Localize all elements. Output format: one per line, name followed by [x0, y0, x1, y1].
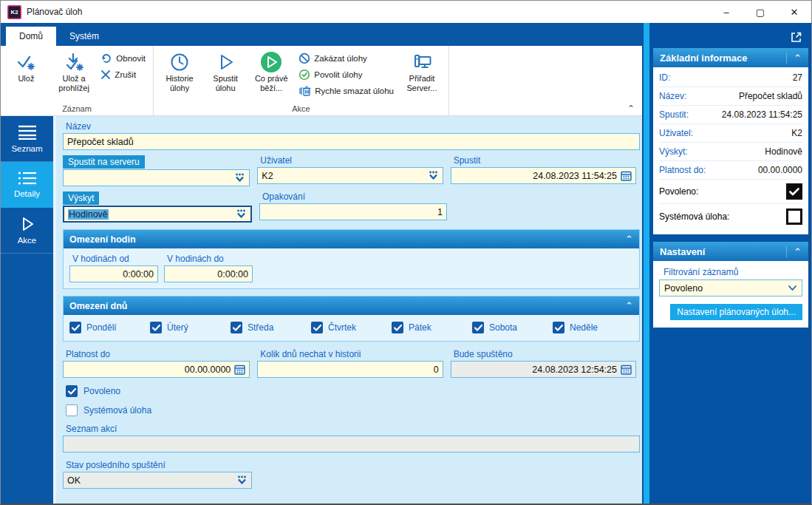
sidebar-item-seznam[interactable]: Seznam: [1, 116, 53, 162]
refresh-label: Obnovit: [116, 54, 146, 63]
minimize-button[interactable]: –: [709, 1, 743, 23]
sidebar-item-akce[interactable]: Akce: [1, 208, 53, 254]
last-run-state-field[interactable]: OK: [63, 472, 252, 489]
day-label: Čtvrtek: [328, 322, 356, 333]
checkbox-checked-icon[interactable]: [311, 322, 323, 333]
filter-records-select[interactable]: Povoleno: [659, 279, 802, 296]
hours-to-field[interactable]: 0:00:00: [164, 265, 253, 282]
dropdown-icon[interactable]: [234, 173, 245, 183]
checkbox-checked-icon[interactable]: [472, 322, 484, 333]
quick-delete-button[interactable]: Rychle smazat úlohu: [298, 84, 394, 98]
collapse-chevron-icon[interactable]: ⌃: [786, 52, 802, 64]
info-row-enabled: Povoleno:: [659, 180, 802, 204]
occurrence-field[interactable]: Hodinově: [63, 206, 252, 223]
calendar-icon[interactable]: [234, 365, 245, 375]
name-value: Přepočet skladů: [67, 137, 134, 147]
day-wednesday[interactable]: Středa: [231, 322, 311, 333]
k2-logo-icon: K2: [7, 5, 21, 19]
info-row-id: ID:27: [659, 69, 802, 87]
scheduled-tasks-settings-button[interactable]: Nastavení plánovaných úloh...: [670, 304, 802, 320]
tab-home[interactable]: Domů: [6, 27, 56, 46]
close-button[interactable]: ✕: [777, 1, 811, 23]
info-row-start: Spustit:24.08.2023 11:54:25: [659, 106, 802, 124]
open-external-icon[interactable]: [790, 31, 802, 44]
dropdown-icon[interactable]: [428, 171, 439, 180]
checkbox-unchecked-icon[interactable]: [66, 404, 78, 416]
app-window: K2 Plánovač úloh – ▢ ✕ Domů Systém: [0, 0, 812, 505]
hours-from-field[interactable]: 0:00:00: [69, 265, 158, 282]
save-and-view-icon: [63, 50, 85, 74]
info-label: Platnost do:: [659, 165, 706, 175]
whats-running-button[interactable]: Co právě běží...: [248, 47, 294, 93]
day-label: Sobota: [489, 322, 517, 333]
checkbox-checked-icon[interactable]: [66, 385, 78, 397]
dropdown-icon[interactable]: [236, 209, 247, 219]
task-history-button[interactable]: Historie úlohy: [157, 47, 202, 93]
days-restriction-section: Omezení dnů ⌃ Pondělí Úterý Středa Čtvrt…: [63, 296, 640, 342]
quick-delete-label: Rychle smazat úlohu: [315, 87, 394, 95]
repetition-field[interactable]: 1: [259, 203, 447, 220]
run-task-button[interactable]: Spustit úlohu: [202, 47, 248, 93]
sidebar-item-label: Akce: [18, 236, 37, 245]
save-and-view-button[interactable]: Ulož a prohlížej: [49, 47, 99, 93]
valid-until-field[interactable]: 00.00.0000: [63, 361, 250, 378]
collapse-chevron-icon[interactable]: ⌃: [786, 246, 802, 257]
checkbox-checked-icon[interactable]: [553, 322, 564, 333]
start-label: Spustit: [451, 155, 636, 167]
refresh-button[interactable]: Obnovit: [100, 52, 146, 65]
title-bar: K2 Plánovač úloh – ▢ ✕: [1, 1, 811, 23]
system-task-checkbox-row[interactable]: Systémová úloha: [66, 404, 636, 416]
assign-server-button[interactable]: Přiřadit Server...: [398, 47, 446, 93]
run-task-label: Spustit úlohu: [202, 74, 248, 93]
will-run-label: Bude spuštěno: [451, 348, 636, 361]
dropdown-icon[interactable]: [236, 475, 248, 485]
disable-tasks-button[interactable]: Zakázat úlohy: [298, 52, 394, 65]
sidebar-item-detaily[interactable]: Detaily: [1, 162, 53, 208]
trash-stack-icon: [298, 85, 311, 97]
enable-tasks-label: Povolit úlohy: [314, 70, 362, 79]
start-field[interactable]: 24.08.2023 11:54:25: [451, 167, 636, 184]
calendar-icon[interactable]: [621, 365, 632, 375]
task-history-label: Historie úlohy: [157, 74, 202, 93]
user-field[interactable]: K2: [257, 167, 443, 184]
window-controls: – ▢ ✕: [709, 1, 811, 23]
name-field[interactable]: Přepočet skladů: [63, 133, 640, 150]
day-sunday[interactable]: Neděle: [553, 322, 633, 333]
day-friday[interactable]: Pátek: [392, 322, 472, 333]
valid-until-label: Platnost do: [63, 348, 250, 361]
day-monday[interactable]: Pondělí: [69, 322, 150, 333]
ribbon-group-record: Ulož Ulož a prohlížej: [1, 46, 154, 115]
info-value: 24.08.2023 11:54:25: [722, 109, 802, 120]
checkbox-checked-icon[interactable]: [150, 322, 162, 333]
ribbon-collapse-chevron[interactable]: ⌃: [627, 104, 635, 114]
collapse-chevron-icon[interactable]: ⌃: [625, 300, 633, 311]
day-saturday[interactable]: Sobota: [472, 322, 553, 333]
checkbox-checked-icon[interactable]: [69, 322, 81, 333]
checkbox-checked-icon[interactable]: [392, 322, 403, 333]
maximize-button[interactable]: ▢: [743, 1, 777, 23]
day-thursday[interactable]: Čtvrtek: [311, 322, 392, 333]
play-circle-green-icon: [259, 50, 283, 74]
run-on-server-field[interactable]: [63, 169, 250, 186]
ribbon: Ulož Ulož a prohlížej: [1, 46, 642, 116]
enabled-checkbox-row[interactable]: Povoleno: [66, 385, 636, 397]
checkbox-checked-icon: [786, 183, 802, 200]
panel-splitter[interactable]: [644, 23, 649, 504]
day-label: Neděle: [570, 322, 598, 333]
tab-system[interactable]: Systém: [56, 27, 112, 46]
info-label: ID:: [659, 72, 670, 83]
enable-tasks-button[interactable]: Povolit úlohy: [298, 68, 394, 81]
day-tuesday[interactable]: Úterý: [150, 322, 231, 333]
will-run-field: 24.08.2023 12:54:25: [451, 361, 636, 378]
history-days-field[interactable]: 0: [257, 361, 443, 378]
hours-restriction-title: Omezení hodin: [69, 234, 136, 245]
calendar-icon[interactable]: [621, 171, 632, 181]
cancel-button[interactable]: Zrušit: [100, 68, 146, 81]
checkbox-checked-icon[interactable]: [231, 322, 242, 333]
save-label: Ulož: [18, 74, 34, 84]
info-label: Povoleno:: [659, 186, 698, 197]
save-button[interactable]: Ulož: [4, 47, 49, 84]
group-label-actions: Akce: [157, 104, 446, 115]
day-label: Středa: [248, 322, 273, 333]
collapse-chevron-icon[interactable]: ⌃: [625, 234, 633, 245]
